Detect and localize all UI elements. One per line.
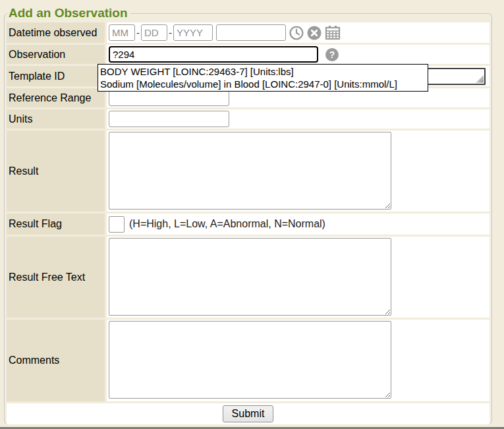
result-free-text-textarea[interactable]: [109, 238, 391, 316]
day-input[interactable]: [141, 24, 167, 41]
result-flag-label: Result Flag: [7, 214, 105, 235]
page: { "title": "Add an Observation", "colors…: [0, 0, 504, 429]
result-flag-hint: (H=High, L=Low, A=Abnormal, N=Normal): [129, 218, 325, 230]
row-units: Units: [7, 109, 490, 129]
datetime-observed-label: Datetime observed: [7, 22, 105, 43]
autocomplete-dropdown: BODY WEIGHT [LOINC:29463-7] [Units:lbs] …: [98, 64, 428, 92]
clear-icon[interactable]: [307, 26, 322, 40]
comments-textarea[interactable]: [109, 321, 391, 399]
help-icon[interactable]: ?: [325, 48, 339, 61]
datetime-observed-cell: - -: [107, 22, 490, 43]
observation-input[interactable]: [109, 46, 318, 63]
result-free-text-cell: [107, 237, 490, 318]
row-comments: Comments: [7, 320, 490, 401]
autocomplete-item[interactable]: Sodium [Molecules/volume] in Blood [LOIN…: [98, 78, 428, 90]
comments-label: Comments: [7, 320, 105, 401]
result-flag-cell: (H=High, L=Low, A=Abnormal, N=Normal): [107, 214, 490, 235]
row-result: Result: [7, 130, 490, 212]
month-input[interactable]: [109, 24, 135, 41]
row-result-flag: Result Flag (H=High, L=Low, A=Abnormal, …: [7, 214, 490, 235]
result-label: Result: [7, 130, 105, 212]
units-label: Units: [7, 109, 105, 129]
result-free-text-label: Result Free Text: [7, 237, 105, 318]
row-datetime-observed: Datetime observed - -: [7, 22, 490, 43]
svg-text:?: ?: [329, 49, 335, 60]
result-textarea[interactable]: [109, 132, 391, 210]
reference-range-label: Reference Range: [7, 88, 105, 107]
date-separator: -: [136, 27, 140, 38]
calendar-icon[interactable]: [325, 25, 341, 40]
clock-icon[interactable]: [289, 26, 304, 40]
reference-range-input[interactable]: [109, 90, 229, 106]
autocomplete-item[interactable]: BODY WEIGHT [LOINC:29463-7] [Units:lbs]: [98, 65, 428, 78]
units-input[interactable]: [109, 111, 229, 127]
observation-label: Observation: [7, 45, 105, 64]
row-submit: Submit: [7, 403, 490, 424]
resize-grip-icon: [475, 74, 484, 83]
result-cell: [107, 130, 490, 212]
submit-button[interactable]: Submit: [223, 405, 274, 422]
date-separator: -: [169, 27, 172, 38]
comments-cell: [107, 320, 490, 401]
observation-cell: ?: [107, 45, 490, 64]
row-observation: Observation ?: [7, 45, 490, 64]
page-title: Add an Observation: [7, 6, 130, 20]
units-cell: [107, 109, 490, 129]
result-flag-input[interactable]: [109, 216, 125, 233]
time-input[interactable]: [216, 24, 286, 41]
template-id-label: Template ID: [7, 66, 105, 86]
year-input[interactable]: [173, 24, 213, 41]
row-result-free-text: Result Free Text: [7, 237, 490, 318]
